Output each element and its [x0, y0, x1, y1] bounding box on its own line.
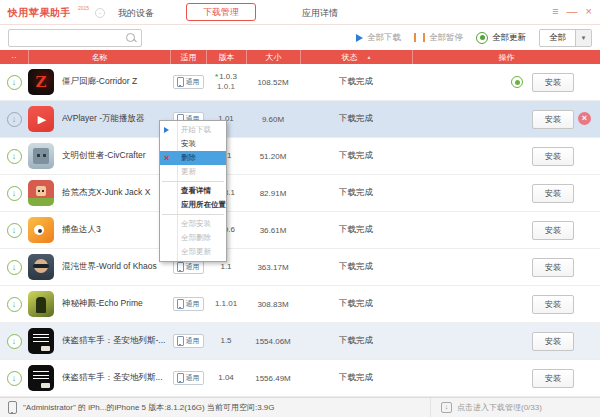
remove-icon[interactable]: ×	[578, 112, 591, 125]
table-row[interactable]: ↓ 神秘神殿-Echo Prime 通用 1.1.01 308.83M 下载完成…	[0, 286, 600, 323]
search-input[interactable]	[9, 30, 141, 46]
app-icon: Z	[28, 69, 54, 95]
download-arrow-icon[interactable]: ↓	[7, 260, 22, 275]
header-status[interactable]: 状态 ▲	[300, 50, 412, 64]
app-name: 侠盗猎车手：圣安地列斯...	[62, 372, 170, 384]
device-badge: 通用	[173, 371, 204, 385]
table-row[interactable]: ↓ 侠盗猎车手：圣安地列斯-... 通用 1.5 1554.06M 下载完成 安…	[0, 323, 600, 360]
context-menu-item: 全部更新	[160, 245, 226, 259]
action-cell: 安装	[412, 249, 600, 285]
app-icon: ▶	[28, 106, 54, 132]
download-arrow-icon[interactable]: ↓	[7, 223, 22, 238]
table-row[interactable]: ↓ 混沌世界-World of Khaos 通用 1.1 363.17M 下载完…	[0, 249, 600, 286]
action-cell: 安装	[412, 212, 600, 248]
download-arrow-icon[interactable]: ↓	[7, 75, 22, 90]
pause-all-button[interactable]: 全部暂停	[414, 32, 463, 44]
update-icon[interactable]	[511, 76, 523, 88]
status-cell: 下载完成	[300, 298, 412, 310]
size-cell: 82.91M	[246, 189, 300, 198]
status-cell: 下载完成	[300, 113, 412, 125]
download-tray-icon: ↓	[441, 402, 452, 413]
status-cell: 下载完成	[300, 335, 412, 347]
tab-app-details[interactable]: 应用详情	[302, 7, 338, 20]
download-all-button[interactable]: 全部下载	[356, 32, 401, 44]
new-version-star: *	[215, 72, 218, 81]
install-button[interactable]: 安装	[532, 295, 574, 314]
context-menu-item[interactable]: 应用所在位置	[160, 198, 226, 212]
header-device[interactable]: 适用	[170, 50, 206, 64]
minimize-icon[interactable]: —	[567, 4, 578, 18]
download-arrow-icon[interactable]: ↓	[7, 371, 22, 386]
select-all-header[interactable]: ··	[0, 50, 28, 64]
status-cell: 下载完成	[300, 150, 412, 162]
header-size[interactable]: 大小	[246, 50, 300, 64]
header-version[interactable]: 版本	[206, 50, 246, 64]
context-menu-item[interactable]: 安装	[160, 137, 226, 151]
download-arrow-icon[interactable]: ↓	[7, 149, 22, 164]
app-icon	[28, 328, 54, 354]
table-row[interactable]: ↓ 文明创世者-CivCrafter 通用 1.1 51.20M 下载完成 安装	[0, 138, 600, 175]
table-row[interactable]: ↓ 捕鱼达人3 通用 1.0.6 36.61M 下载完成 安装	[0, 212, 600, 249]
context-menu-item: 全部安装	[160, 217, 226, 231]
install-button[interactable]: 安装	[532, 369, 574, 388]
install-button[interactable]: 安装	[532, 258, 574, 277]
app-icon	[28, 291, 54, 317]
action-cell: 安装 ×	[412, 101, 600, 137]
download-arrow-icon[interactable]: ↓	[7, 297, 22, 312]
logo-dropdown-icon[interactable]: ⌄	[95, 8, 105, 18]
install-button[interactable]: 安装	[532, 147, 574, 166]
download-entry[interactable]: ↓ 点击进入下载管理(0/33)	[430, 398, 542, 417]
play-icon	[356, 34, 363, 42]
search-box[interactable]	[8, 29, 142, 47]
status-cell: 下载完成	[300, 372, 412, 384]
app-icon	[28, 365, 54, 391]
chevron-down-icon[interactable]: ▼	[575, 30, 591, 46]
main-menu-icon[interactable]: ≡	[552, 4, 558, 18]
tab-my-device[interactable]: 我的设备	[118, 7, 154, 20]
install-button[interactable]: 安装	[532, 221, 574, 240]
filter-dropdown[interactable]: 全部 ▼	[539, 29, 592, 47]
tab-download-manager[interactable]: 下载管理	[186, 3, 256, 21]
action-cell: 安装	[412, 64, 600, 100]
install-button[interactable]: 安装	[532, 184, 574, 203]
size-cell: 308.83M	[246, 300, 300, 309]
table-row[interactable]: ↓ 拾荒杰克X-Junk Jack X 通用 2.3.1 82.91M 下载完成…	[0, 175, 600, 212]
header-name[interactable]: 名称	[28, 50, 170, 64]
version-cell: 1.04	[206, 373, 246, 383]
install-button[interactable]: 安装	[532, 332, 574, 351]
app-name: 捕鱼达人3	[62, 224, 170, 236]
status-cell: 下载完成	[300, 187, 412, 199]
status-cell: 下载完成	[300, 224, 412, 236]
size-cell: 363.17M	[246, 263, 300, 272]
close-icon[interactable]: ×	[586, 4, 592, 18]
table-row[interactable]: ↓ Z 僵尸回廊-Corridor Z 通用 *1.0.3 1.0.1 108.…	[0, 64, 600, 101]
device-badge: 通用	[173, 297, 204, 311]
install-button[interactable]: 安装	[532, 110, 574, 129]
action-cell: 安装	[412, 360, 600, 396]
app-icon	[28, 143, 54, 169]
context-menu-item[interactable]: ×删除	[160, 151, 226, 165]
header-action[interactable]: 操作	[412, 50, 600, 64]
action-cell: 安装	[412, 138, 600, 174]
install-button[interactable]: 安装	[532, 73, 574, 92]
status-cell: 下载完成	[300, 261, 412, 273]
device-badge: 通用	[173, 334, 204, 348]
app-icon	[28, 217, 54, 243]
download-arrow-icon[interactable]: ↓	[7, 112, 22, 127]
action-cell: 安装	[412, 175, 600, 211]
update-all-icon	[476, 32, 488, 44]
action-cell: 安装	[412, 323, 600, 359]
table-row[interactable]: ↓ ▶ AVPlayer -万能播放器 通用 1.01 9.60M 下载完成 安…	[0, 101, 600, 138]
context-menu-item[interactable]: 查看详情	[160, 184, 226, 198]
size-cell: 1556.49M	[246, 374, 300, 383]
app-name: 神秘神殿-Echo Prime	[62, 298, 170, 310]
table-row[interactable]: ↓ 侠盗猎车手：圣安地列斯... 通用 1.04 1556.49M 下载完成 安…	[0, 360, 600, 397]
size-cell: 9.60M	[246, 115, 300, 124]
update-all-button[interactable]: 全部更新	[476, 32, 526, 44]
device-icon	[177, 299, 184, 309]
context-menu-item: 全部删除	[160, 231, 226, 245]
table-body: ↓ Z 僵尸回廊-Corridor Z 通用 *1.0.3 1.0.1 108.…	[0, 64, 600, 397]
device-icon	[177, 77, 184, 87]
download-arrow-icon[interactable]: ↓	[7, 186, 22, 201]
download-arrow-icon[interactable]: ↓	[7, 334, 22, 349]
